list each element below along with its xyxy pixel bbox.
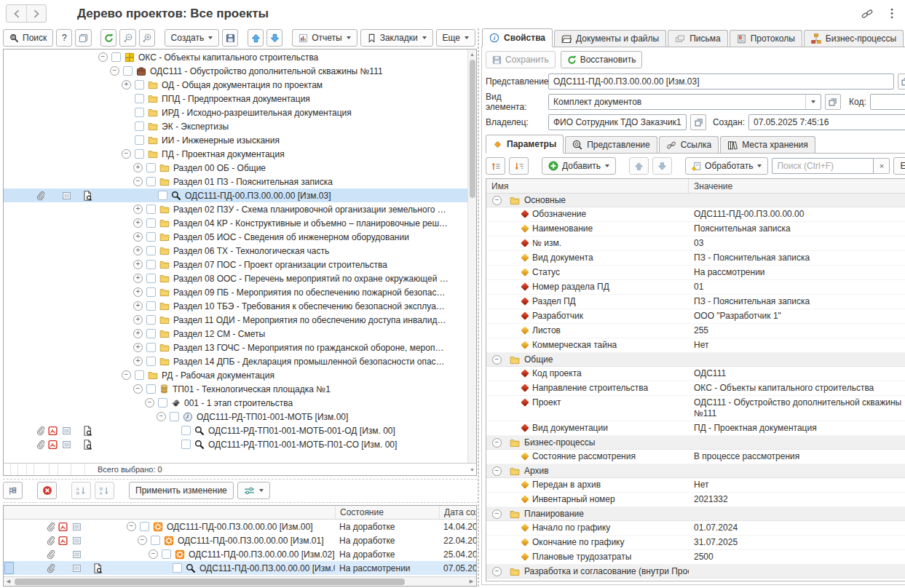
param-group-row[interactable]: −Планирование	[486, 507, 905, 521]
node-checkbox[interactable]	[146, 177, 156, 186]
node-checkbox[interactable]	[162, 549, 171, 559]
expand-node-icon[interactable]: +	[133, 260, 143, 269]
params-search-input[interactable]	[772, 158, 874, 174]
tree-view-toggle-button[interactable]	[3, 482, 23, 499]
collapse-node-icon[interactable]: −	[149, 549, 158, 559]
paperclip-icon[interactable]	[36, 440, 45, 449]
collapse-group-icon[interactable]: −	[492, 509, 502, 519]
node-checkbox[interactable]	[151, 536, 160, 545]
element-kind-combo[interactable]: Комплект документов	[548, 94, 821, 110]
tree-row[interactable]: ППД - Предпроектная документация	[4, 92, 476, 106]
tree-row[interactable]: ОДС111-РД-ТП01-001-МОТБ-П01-СО [Изм. 00]	[4, 437, 476, 451]
tab-протоколы[interactable]: Протоколы	[730, 30, 802, 47]
param-row[interactable]: РазработчикООО "Разработчик 1"	[486, 309, 905, 324]
collapse-node-icon[interactable]: −	[98, 52, 108, 62]
tree-row[interactable]: ИИ - Инженерные изыскания	[4, 133, 476, 147]
param-value[interactable]: 2021332	[689, 493, 905, 506]
process-button[interactable]: Обработать	[685, 157, 768, 175]
expand-all-button[interactable]	[139, 29, 155, 47]
tree-row[interactable]: +Раздел 04 КР - Конструктивные и объемно…	[4, 216, 476, 230]
more-button[interactable]: Еще	[436, 29, 475, 47]
paperclip-icon[interactable]	[46, 536, 55, 545]
tab-бизнес-процессы[interactable]: Бизнес-процессы	[804, 30, 904, 47]
tree-row[interactable]: +Раздел 02 ПЗУ - Схема планировочной орг…	[4, 202, 476, 216]
node-checkbox[interactable]	[146, 357, 156, 366]
node-checkbox[interactable]	[146, 260, 156, 269]
param-row[interactable]: Листов255	[486, 324, 905, 338]
param-row[interactable]: Окончание по графику31.07.2025	[486, 536, 905, 550]
collapse-group-icon[interactable]: −	[492, 438, 502, 448]
note-icon[interactable]	[62, 440, 71, 449]
tree-row[interactable]: +Раздел 08 ООС - Перечень мероприятий по…	[4, 271, 476, 285]
node-checkbox[interactable]	[135, 135, 144, 145]
param-value[interactable]: Нет	[689, 338, 905, 352]
param-value[interactable]: 2500	[689, 550, 905, 564]
tree-row[interactable]: −ОДС111-РД-ТП01-001-МОТБ [Изм.00]	[4, 410, 476, 424]
note-icon[interactable]	[72, 563, 82, 573]
param-row[interactable]: Передан в архивНет	[486, 478, 905, 493]
refresh-button[interactable]	[100, 29, 116, 47]
expand-node-icon[interactable]: +	[133, 301, 143, 311]
param-group-row[interactable]: −Основные	[486, 194, 905, 207]
param-value[interactable]: ОКС - Объекты капитального строительства	[689, 381, 905, 395]
version-row[interactable]: ОДС111-ПД-00.ПЗ.00.00.00 [Изм.03]На расс…	[4, 561, 476, 575]
add-button[interactable]: Добавить	[542, 157, 616, 175]
param-value[interactable]: Пояснительная записка	[689, 222, 905, 236]
collapse-node-icon[interactable]: −	[133, 384, 143, 394]
column-date[interactable]: Дата создания	[439, 506, 476, 519]
param-value[interactable]: ПД - Проектная документация	[689, 421, 905, 435]
node-checkbox[interactable]	[146, 246, 156, 255]
param-row[interactable]: Начало по графику01.07.2024	[486, 521, 905, 536]
sort-asc-button[interactable]: АЯ	[71, 482, 91, 499]
collapse-group-icon[interactable]: −	[492, 355, 502, 365]
tree-row[interactable]: ЭК - Экспертизы	[4, 119, 476, 133]
param-row[interactable]: Раздел ПДПЗ - Пояснительная записка	[486, 295, 905, 309]
param-group-row[interactable]: −Общие	[486, 353, 905, 367]
param-group-row[interactable]: −Бизнес-процессы	[486, 436, 905, 450]
collapse-node-icon[interactable]: −	[122, 149, 131, 159]
node-checkbox[interactable]	[135, 80, 144, 90]
param-row[interactable]: Вид документацииПД - Проектная документа…	[486, 421, 905, 436]
more-menu-icon[interactable]	[890, 8, 893, 19]
expand-node-icon[interactable]: +	[133, 274, 143, 283]
expand-node-icon[interactable]: +	[133, 329, 143, 338]
subtab-представление[interactable]: Представление	[565, 136, 657, 153]
param-value[interactable]: На рассмотрении	[689, 266, 905, 279]
node-checkbox[interactable]	[181, 440, 191, 449]
param-row[interactable]: Состояние рассмотренияВ процессе рассмот…	[486, 450, 905, 464]
tree-row[interactable]: −РД - Рабочая документация	[4, 368, 476, 382]
node-checkbox[interactable]	[146, 232, 156, 242]
restore-button[interactable]: Восстановить	[561, 51, 643, 68]
node-checkbox[interactable]	[146, 218, 156, 228]
param-row[interactable]: Код проектаОДС111	[486, 367, 905, 381]
collapse-node-icon[interactable]: −	[138, 536, 147, 545]
created-field[interactable]: 07.05.2025 7:45:16	[748, 114, 905, 130]
expand-node-icon[interactable]: +	[133, 246, 143, 255]
param-group-row[interactable]: −Архив	[486, 464, 905, 478]
node-checkbox[interactable]	[146, 315, 156, 325]
node-checkbox[interactable]	[135, 108, 144, 117]
param-row[interactable]: № изм.03	[486, 237, 905, 251]
node-checkbox[interactable]	[158, 398, 167, 408]
paperclip-icon[interactable]	[36, 426, 45, 435]
param-value[interactable]: Нет	[689, 478, 905, 492]
save-tree-button[interactable]	[222, 29, 238, 47]
create-button[interactable]: Создать	[165, 29, 220, 47]
representation-open-button[interactable]	[898, 74, 905, 90]
param-value[interactable]: 255	[689, 324, 905, 338]
pdf-icon[interactable]	[58, 536, 68, 545]
expand-node-icon[interactable]: +	[133, 218, 143, 228]
subtab-места-хранения[interactable]: Места хранения	[720, 136, 815, 153]
note-icon[interactable]	[72, 536, 82, 545]
element-kind-open-button[interactable]	[825, 94, 841, 110]
save-button[interactable]: Сохранить	[486, 51, 556, 68]
node-checkbox[interactable]	[135, 370, 144, 380]
param-row[interactable]: ОбозначениеОДС111-ПД-00.ПЗ.00.00.00	[486, 207, 905, 222]
param-row[interactable]: ПроектОДС111 - Обустройство дополнительн…	[486, 396, 905, 421]
collapse-group-icon[interactable]: −	[492, 466, 502, 476]
param-row[interactable]: Номер раздела ПД01	[486, 280, 905, 295]
tree-row[interactable]: −ПД - Проектная документация	[4, 147, 476, 161]
param-down-button[interactable]	[652, 157, 672, 175]
scroll-down-icon[interactable]: ▼	[470, 467, 475, 472]
representation-input[interactable]: ОДС111-ПД-00.ПЗ.00.00.00 [Изм.03]	[548, 74, 894, 90]
